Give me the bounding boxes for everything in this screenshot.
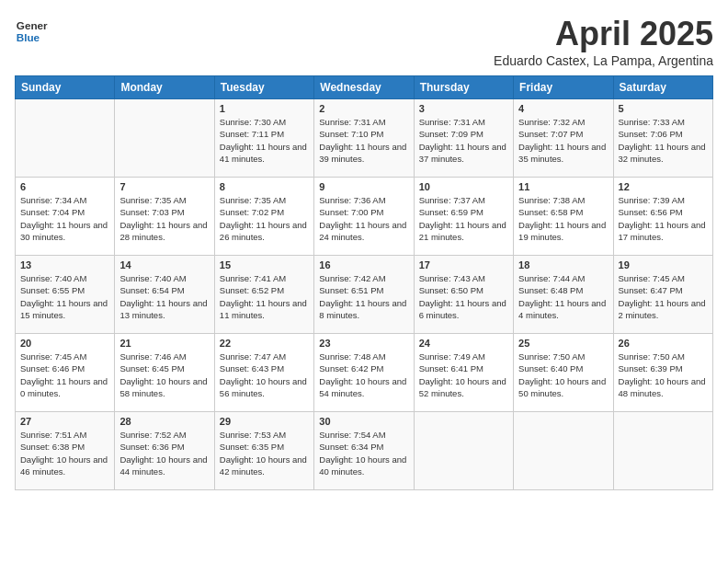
day-number: 23 (319, 338, 408, 349)
day-number: 21 (119, 338, 209, 349)
calendar-day-cell: 27Sunrise: 7:51 AMSunset: 6:38 PMDayligh… (16, 412, 115, 490)
day-info: Sunrise: 7:40 AMSunset: 6:55 PMDaylight:… (20, 272, 109, 321)
calendar-day-cell: 30Sunrise: 7:54 AMSunset: 6:34 PMDayligh… (314, 412, 414, 490)
day-info: Sunrise: 7:31 AMSunset: 7:09 PMDaylight:… (419, 116, 508, 165)
calendar-day-cell (16, 99, 115, 178)
calendar-day-cell: 13Sunrise: 7:40 AMSunset: 6:55 PMDayligh… (16, 256, 115, 334)
calendar-day-cell: 26Sunrise: 7:50 AMSunset: 6:39 PMDayligh… (613, 334, 712, 412)
day-number: 16 (319, 259, 408, 270)
day-number: 14 (119, 259, 209, 270)
calendar-day-cell: 17Sunrise: 7:43 AMSunset: 6:50 PMDayligh… (414, 256, 513, 334)
day-info: Sunrise: 7:45 AMSunset: 6:46 PMDaylight:… (20, 350, 109, 399)
calendar-day-cell: 14Sunrise: 7:40 AMSunset: 6:54 PMDayligh… (115, 256, 214, 334)
day-info: Sunrise: 7:37 AMSunset: 6:59 PMDaylight:… (419, 194, 508, 243)
day-number: 4 (518, 103, 608, 114)
day-number: 28 (119, 416, 209, 427)
calendar-day-cell: 7Sunrise: 7:35 AMSunset: 7:03 PMDaylight… (115, 178, 214, 256)
calendar-day-cell: 25Sunrise: 7:50 AMSunset: 6:40 PMDayligh… (514, 334, 613, 412)
day-info: Sunrise: 7:47 AMSunset: 6:43 PMDaylight:… (220, 350, 309, 399)
day-info: Sunrise: 7:42 AMSunset: 6:51 PMDaylight:… (319, 272, 408, 321)
day-number: 17 (419, 259, 508, 270)
day-info: Sunrise: 7:52 AMSunset: 6:36 PMDaylight:… (119, 429, 209, 477)
day-number: 27 (20, 416, 109, 427)
day-number: 1 (220, 103, 309, 114)
calendar-day-cell: 5Sunrise: 7:33 AMSunset: 7:06 PMDaylight… (613, 99, 712, 178)
calendar-day-cell (414, 412, 513, 490)
calendar-week-row: 6Sunrise: 7:34 AMSunset: 7:04 PMDaylight… (16, 178, 713, 256)
calendar-day-cell (613, 412, 712, 490)
logo-icon: General Blue (15, 15, 48, 48)
logo: General Blue (15, 15, 48, 48)
calendar-week-row: 13Sunrise: 7:40 AMSunset: 6:55 PMDayligh… (16, 256, 713, 334)
day-number: 3 (419, 103, 508, 114)
calendar-body: 1Sunrise: 7:30 AMSunset: 7:11 PMDaylight… (16, 99, 713, 490)
day-number: 11 (518, 181, 608, 192)
day-number: 8 (220, 181, 309, 192)
header: General Blue April 2025 Eduardo Castex, … (15, 15, 713, 68)
day-info: Sunrise: 7:53 AMSunset: 6:35 PMDaylight:… (220, 429, 309, 477)
day-info: Sunrise: 7:50 AMSunset: 6:39 PMDaylight:… (619, 350, 708, 399)
day-info: Sunrise: 7:46 AMSunset: 6:45 PMDaylight:… (119, 350, 209, 399)
weekday-header-cell: Monday (115, 76, 214, 99)
day-number: 2 (319, 103, 408, 114)
calendar-day-cell: 28Sunrise: 7:52 AMSunset: 6:36 PMDayligh… (115, 412, 214, 490)
weekday-header-cell: Wednesday (314, 76, 414, 99)
day-info: Sunrise: 7:49 AMSunset: 6:41 PMDaylight:… (419, 350, 508, 399)
day-info: Sunrise: 7:35 AMSunset: 7:03 PMDaylight:… (119, 194, 209, 243)
calendar-day-cell: 8Sunrise: 7:35 AMSunset: 7:02 PMDaylight… (214, 178, 313, 256)
day-info: Sunrise: 7:30 AMSunset: 7:11 PMDaylight:… (220, 116, 309, 165)
calendar-week-row: 1Sunrise: 7:30 AMSunset: 7:11 PMDaylight… (16, 99, 713, 178)
day-info: Sunrise: 7:32 AMSunset: 7:07 PMDaylight:… (518, 116, 608, 165)
calendar-day-cell: 11Sunrise: 7:38 AMSunset: 6:58 PMDayligh… (514, 178, 613, 256)
day-number: 24 (419, 338, 508, 349)
calendar-day-cell: 2Sunrise: 7:31 AMSunset: 7:10 PMDaylight… (314, 99, 414, 178)
calendar-day-cell: 12Sunrise: 7:39 AMSunset: 6:56 PMDayligh… (613, 178, 712, 256)
calendar-day-cell: 23Sunrise: 7:48 AMSunset: 6:42 PMDayligh… (314, 334, 414, 412)
day-number: 18 (518, 259, 608, 270)
day-info: Sunrise: 7:41 AMSunset: 6:52 PMDaylight:… (220, 272, 309, 321)
calendar-day-cell: 4Sunrise: 7:32 AMSunset: 7:07 PMDaylight… (514, 99, 613, 178)
calendar-day-cell: 24Sunrise: 7:49 AMSunset: 6:41 PMDayligh… (414, 334, 513, 412)
day-number: 26 (619, 338, 708, 349)
calendar-day-cell (514, 412, 613, 490)
day-number: 5 (619, 103, 708, 114)
calendar-day-cell (115, 99, 214, 178)
calendar-day-cell: 15Sunrise: 7:41 AMSunset: 6:52 PMDayligh… (214, 256, 313, 334)
weekday-header-row: SundayMondayTuesdayWednesdayThursdayFrid… (16, 76, 713, 99)
calendar-day-cell: 21Sunrise: 7:46 AMSunset: 6:45 PMDayligh… (115, 334, 214, 412)
day-number: 29 (220, 416, 309, 427)
day-info: Sunrise: 7:44 AMSunset: 6:48 PMDaylight:… (518, 272, 608, 321)
day-info: Sunrise: 7:33 AMSunset: 7:06 PMDaylight:… (619, 116, 708, 165)
calendar-week-row: 27Sunrise: 7:51 AMSunset: 6:38 PMDayligh… (16, 412, 713, 490)
calendar-day-cell: 20Sunrise: 7:45 AMSunset: 6:46 PMDayligh… (16, 334, 115, 412)
weekday-header-cell: Saturday (613, 76, 712, 99)
calendar-day-cell: 3Sunrise: 7:31 AMSunset: 7:09 PMDaylight… (414, 99, 513, 178)
calendar-day-cell: 16Sunrise: 7:42 AMSunset: 6:51 PMDayligh… (314, 256, 414, 334)
calendar-day-cell: 29Sunrise: 7:53 AMSunset: 6:35 PMDayligh… (214, 412, 313, 490)
calendar-day-cell: 22Sunrise: 7:47 AMSunset: 6:43 PMDayligh… (214, 334, 313, 412)
day-info: Sunrise: 7:54 AMSunset: 6:34 PMDaylight:… (319, 429, 408, 477)
calendar-day-cell: 1Sunrise: 7:30 AMSunset: 7:11 PMDaylight… (214, 99, 313, 178)
day-info: Sunrise: 7:50 AMSunset: 6:40 PMDaylight:… (518, 350, 608, 399)
day-info: Sunrise: 7:43 AMSunset: 6:50 PMDaylight:… (419, 272, 508, 321)
location-subtitle: Eduardo Castex, La Pampa, Argentina (494, 53, 713, 68)
day-number: 15 (220, 259, 309, 270)
svg-text:General: General (17, 19, 48, 31)
day-number: 20 (20, 338, 109, 349)
day-number: 9 (319, 181, 408, 192)
day-info: Sunrise: 7:48 AMSunset: 6:42 PMDaylight:… (319, 350, 408, 399)
day-info: Sunrise: 7:39 AMSunset: 6:56 PMDaylight:… (619, 194, 708, 243)
day-number: 22 (220, 338, 309, 349)
day-number: 19 (619, 259, 708, 270)
calendar-week-row: 20Sunrise: 7:45 AMSunset: 6:46 PMDayligh… (16, 334, 713, 412)
day-number: 10 (419, 181, 508, 192)
day-info: Sunrise: 7:36 AMSunset: 7:00 PMDaylight:… (319, 194, 408, 243)
calendar-day-cell: 18Sunrise: 7:44 AMSunset: 6:48 PMDayligh… (514, 256, 613, 334)
day-number: 6 (20, 181, 109, 192)
day-number: 12 (619, 181, 708, 192)
day-info: Sunrise: 7:31 AMSunset: 7:10 PMDaylight:… (319, 116, 408, 165)
weekday-header-cell: Sunday (16, 76, 115, 99)
day-info: Sunrise: 7:40 AMSunset: 6:54 PMDaylight:… (119, 272, 209, 321)
title-area: April 2025 Eduardo Castex, La Pampa, Arg… (494, 15, 713, 68)
day-number: 25 (518, 338, 608, 349)
